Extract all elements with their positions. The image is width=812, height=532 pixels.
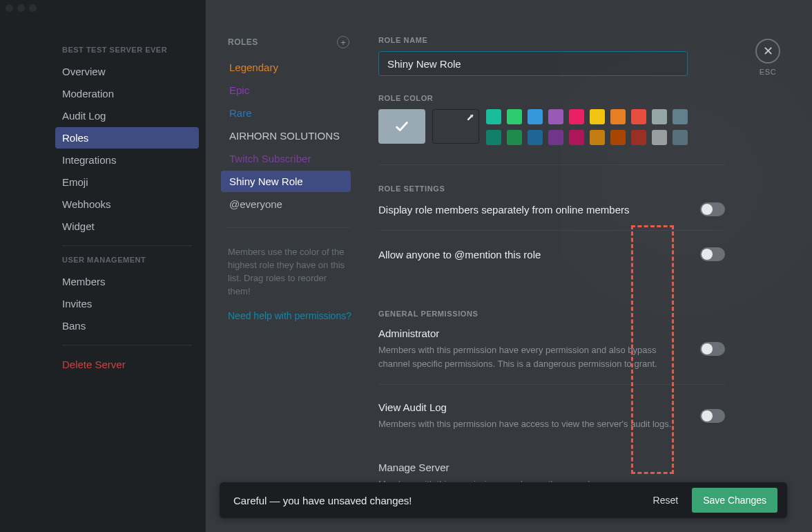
- sidebar-item-members[interactable]: Members: [55, 271, 199, 292]
- color-swatch[interactable]: [652, 130, 667, 145]
- setting-allow-mention-label: Allow anyone to @mention this role: [378, 249, 700, 260]
- save-changes-button[interactable]: Save Changes: [692, 488, 777, 513]
- sidebar-item-integrations[interactable]: Integrations: [55, 149, 199, 171]
- sidebar-item-widget[interactable]: Widget: [55, 216, 199, 237]
- color-swatch[interactable]: [548, 130, 563, 145]
- color-swatch[interactable]: [528, 109, 543, 124]
- esc-label: ESC: [755, 68, 780, 76]
- role-settings-label: ROLE SETTINGS: [378, 184, 725, 193]
- sidebar-item-webhooks[interactable]: Webhooks: [55, 193, 199, 215]
- sidebar-category-user-mgmt: USER MANAGEMENT: [62, 256, 192, 264]
- unsaved-message: Careful — you have unsaved changes!: [233, 495, 653, 506]
- role-detail-column: ROLE NAME ROLE COLOR ROLE SETTINGS Displ…: [355, 0, 812, 532]
- color-swatch[interactable]: [631, 109, 646, 124]
- main-content: ROLES + LegendaryEpicRareAIRHORN SOLUTIO…: [206, 0, 812, 532]
- color-swatch[interactable]: [486, 130, 501, 145]
- color-swatch[interactable]: [569, 130, 584, 145]
- server-settings-sidebar: BEST TEST SERVER EVER OverviewModeration…: [0, 0, 206, 532]
- sidebar-item-overview[interactable]: Overview: [55, 61, 199, 82]
- unsaved-changes-bar: Careful — you have unsaved changes! Rese…: [220, 482, 787, 518]
- eyedropper-icon: [466, 113, 474, 122]
- sidebar-item-bans[interactable]: Bans: [55, 315, 199, 336]
- color-swatch[interactable]: [610, 109, 626, 124]
- check-icon: [394, 119, 409, 134]
- role-item[interactable]: Epic: [221, 79, 351, 101]
- role-item[interactable]: Legendary: [221, 57, 351, 78]
- setting-allow-mention-toggle[interactable]: [700, 247, 725, 261]
- role-color-label: ROLE COLOR: [378, 94, 725, 102]
- reset-button[interactable]: Reset: [653, 495, 679, 506]
- color-swatch[interactable]: [610, 130, 626, 145]
- color-swatch[interactable]: [673, 109, 688, 124]
- perm-view-audit-log-toggle[interactable]: [700, 409, 725, 423]
- color-swatch[interactable]: [652, 109, 667, 124]
- color-swatch[interactable]: [569, 109, 584, 124]
- sidebar-item-emoji[interactable]: Emoji: [55, 171, 199, 193]
- perm-administrator-label: Administrator: [378, 327, 700, 339]
- roles-hint-text: Members use the color of the highest rol…: [228, 246, 355, 298]
- role-name-input[interactable]: [378, 51, 688, 76]
- color-swatch[interactable]: [507, 130, 522, 145]
- role-item[interactable]: Rare: [221, 102, 351, 124]
- perm-view-audit-log-desc: Members with this permission have access…: [378, 417, 675, 431]
- close-icon: ✕: [763, 44, 773, 59]
- color-swatch-grid: [486, 109, 688, 145]
- perm-administrator-desc: Members with this permission have every …: [378, 343, 675, 370]
- role-item[interactable]: @everyone: [221, 193, 351, 215]
- setting-display-separately-toggle[interactable]: [700, 202, 725, 216]
- color-swatch[interactable]: [673, 130, 688, 145]
- role-item[interactable]: Shiny New Role: [221, 171, 351, 192]
- general-permissions-label: GENERAL PERMISSIONS: [378, 310, 725, 318]
- role-item[interactable]: AIRHORN SOLUTIONS: [221, 125, 351, 146]
- role-name-label: ROLE NAME: [378, 36, 725, 44]
- color-swatch[interactable]: [590, 109, 605, 124]
- color-swatch[interactable]: [528, 130, 543, 145]
- color-swatch[interactable]: [590, 130, 605, 145]
- role-color-custom[interactable]: [432, 109, 479, 144]
- color-swatch[interactable]: [548, 109, 563, 124]
- sidebar-item-moderation[interactable]: Moderation: [55, 83, 199, 104]
- roles-column: ROLES + LegendaryEpicRareAIRHORN SOLUTIO…: [206, 0, 355, 532]
- color-swatch[interactable]: [507, 109, 522, 124]
- setting-display-separately-label: Display role members separately from onl…: [378, 204, 700, 216]
- window-traffic-lights: [6, 4, 37, 12]
- perm-view-audit-log-label: View Audit Log: [378, 401, 700, 413]
- perm-administrator-toggle[interactable]: [700, 342, 725, 356]
- sidebar-item-roles[interactable]: Roles: [55, 127, 199, 149]
- color-swatch[interactable]: [631, 130, 646, 145]
- sidebar-category-server: BEST TEST SERVER EVER: [62, 46, 192, 54]
- color-swatch[interactable]: [486, 109, 501, 124]
- sidebar-item-invites[interactable]: Invites: [55, 293, 199, 314]
- roles-heading: ROLES: [228, 37, 258, 47]
- perm-manage-server-label: Manage Server: [378, 462, 725, 473]
- role-item[interactable]: Twitch Subscriber: [221, 148, 351, 169]
- add-role-button[interactable]: +: [337, 36, 349, 48]
- role-color-default[interactable]: [378, 109, 425, 144]
- close-settings-button[interactable]: ✕ ESC: [755, 39, 780, 76]
- sidebar-item-audit-log[interactable]: Audit Log: [55, 105, 199, 126]
- delete-server-button[interactable]: Delete Server: [55, 354, 199, 375]
- permissions-help-link[interactable]: Need help with permissions?: [228, 310, 351, 321]
